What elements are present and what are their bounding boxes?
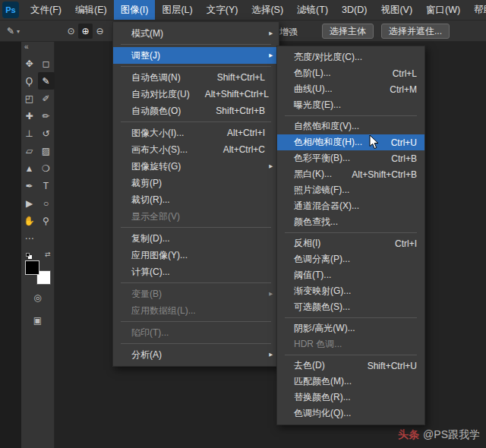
menu-item[interactable]: 画布大小(S)...Alt+Ctrl+C — [113, 141, 279, 158]
menu-item[interactable]: 色相/饱和度(H)...Ctrl+U — [277, 134, 424, 150]
eraser-tool[interactable]: ▱ — [21, 142, 38, 159]
enhance-label[interactable]: 增强 — [279, 26, 298, 39]
menu-item[interactable]: 通道混合器(X)... — [277, 198, 424, 214]
menu-item[interactable]: 裁切(R)... — [113, 191, 279, 208]
default-colors-icon[interactable] — [26, 253, 30, 257]
menu-item[interactable]: 色彩平衡(B)...Ctrl+B — [277, 150, 424, 166]
menubar-item[interactable]: 文字(Y) — [200, 0, 245, 20]
menubar-item[interactable]: 3D(D) — [335, 0, 374, 20]
menubar-item[interactable]: 帮助(H) — [467, 0, 486, 20]
select-and-mask-button[interactable]: 选择并遮住... — [381, 24, 450, 39]
menu-item[interactable]: 匹配颜色(M)... — [277, 374, 424, 390]
blur-tool[interactable]: ▲ — [21, 159, 38, 177]
new-selection-icon[interactable]: ⊙ — [64, 24, 78, 39]
shape-tool[interactable]: ○ — [38, 194, 55, 212]
crop-tool[interactable]: ◰ — [21, 90, 38, 107]
quick-mask-button[interactable]: ◎ — [30, 292, 46, 308]
menubar-item[interactable]: 图像(I) — [114, 0, 156, 20]
menu-item[interactable]: 复制(D)... — [113, 230, 279, 247]
menu-item[interactable]: 去色(D)Shift+Ctrl+U — [277, 358, 424, 374]
menu-item[interactable]: 变量(B)▶ — [113, 286, 279, 302]
menu-item-label: 应用数据组(L)... — [131, 304, 265, 317]
menubar-item[interactable]: 滤镜(T) — [290, 0, 335, 20]
menu-item-shortcut: Ctrl+B — [391, 153, 417, 164]
menu-item[interactable]: 自动对比度(U)Alt+Shift+Ctrl+L — [113, 86, 279, 103]
menu-item[interactable]: 黑白(K)...Alt+Shift+Ctrl+B — [277, 166, 424, 182]
rectangular-marquee-tool[interactable]: ◻ — [38, 55, 55, 72]
menu-item[interactable]: 调整(J)▶ — [113, 47, 279, 64]
watermark-handle: @PS跟我学 — [423, 428, 480, 440]
menubar-item[interactable]: 图层(L) — [155, 0, 199, 20]
history-brush-tool[interactable]: ↺ — [38, 125, 55, 142]
menu-item[interactable]: HDR 色调... — [277, 336, 424, 352]
menu-item-label: 计算(C)... — [131, 266, 265, 279]
tool-preset-dropdown[interactable]: ✎ ▾ — [5, 24, 22, 39]
menu-item[interactable]: 替换颜色(R)... — [277, 390, 424, 405]
menu-item-label: 色相/饱和度(H)... — [294, 136, 376, 149]
select-subject-button[interactable]: 选择主体 — [322, 24, 374, 39]
menubar-item[interactable]: 窗口(W) — [419, 0, 467, 20]
subtract-from-selection-icon[interactable]: ⊖ — [93, 24, 107, 39]
menu-item-shortcut: Ctrl+U — [391, 137, 417, 148]
gradient-tool[interactable]: ▨ — [38, 142, 55, 159]
path-selection-tool[interactable]: ▶ — [21, 194, 38, 212]
quick-selection-tool[interactable]: ✎ — [38, 72, 55, 90]
menu-item[interactable]: 色调均化(Q)... — [277, 405, 424, 421]
menu-item[interactable]: 应用数据组(L)... — [113, 302, 279, 319]
menu-item-shortcut: Shift+Ctrl+U — [368, 361, 417, 371]
menu-item[interactable]: 阴影/高光(W)... — [277, 320, 424, 336]
swap-colors-icon[interactable]: ⇄ — [45, 251, 51, 258]
move-tool[interactable]: ✥ — [21, 55, 38, 72]
menubar-item[interactable]: 选择(S) — [245, 0, 290, 20]
menu-item[interactable]: 裁剪(P) — [113, 175, 279, 191]
eyedropper-tool[interactable]: ✐ — [38, 90, 55, 107]
clone-stamp-tool[interactable]: ⊥ — [21, 125, 38, 142]
menubar-item[interactable]: 编辑(E) — [68, 0, 114, 20]
zoom-tool[interactable]: ⚲ — [38, 212, 55, 229]
hand-tool[interactable]: ✋ — [21, 212, 38, 229]
menu-item[interactable]: 曝光度(E)... — [277, 97, 424, 113]
menu-item[interactable]: 陷印(T)... — [113, 324, 279, 341]
collapse-toolbar-button[interactable]: « — [21, 42, 54, 52]
screen-mode-button[interactable]: ▣ — [30, 315, 46, 330]
foreground-color-swatch[interactable] — [25, 260, 39, 275]
brush-tool[interactable]: ✏ — [38, 107, 55, 125]
type-tool[interactable]: T — [38, 177, 55, 194]
dodge-tool[interactable]: ❍ — [38, 159, 55, 177]
lasso-tool[interactable]: Ϙ — [21, 72, 38, 90]
menu-item[interactable]: 色阶(L)...Ctrl+L — [277, 65, 424, 81]
menu-item[interactable]: 计算(C)... — [113, 263, 279, 280]
menu-item-label: 陷印(T)... — [131, 327, 265, 339]
menu-item[interactable]: 图像大小(I)...Alt+Ctrl+I — [113, 125, 279, 141]
menubar-item[interactable]: 视图(V) — [374, 0, 419, 20]
submenu-arrow-icon: ▶ — [270, 291, 273, 296]
menu-separator — [121, 227, 271, 228]
menu-item[interactable]: 照片滤镜(F)... — [277, 182, 424, 198]
menu-item-shortcut: Ctrl+I — [395, 238, 417, 249]
healing-brush-tool[interactable]: ✚ — [21, 107, 38, 125]
menu-item[interactable]: 图像旋转(G)▶ — [113, 158, 279, 175]
menu-item[interactable]: 亮度/对比度(C)... — [277, 49, 424, 65]
pen-tool[interactable]: ✒ — [21, 177, 38, 194]
menu-item[interactable]: 分析(A)▶ — [113, 346, 279, 363]
edit-toolbar-button[interactable]: ⋯ — [21, 229, 38, 247]
menu-item[interactable]: 反相(I)Ctrl+I — [277, 235, 424, 251]
menu-item[interactable]: 显示全部(V) — [113, 208, 279, 225]
menu-item[interactable]: 自然饱和度(V)... — [277, 118, 424, 134]
menu-item-label: 图像旋转(G) — [131, 160, 265, 173]
menu-item[interactable]: 模式(M)▶ — [113, 25, 279, 42]
menu-item[interactable]: 应用图像(Y)... — [113, 247, 279, 263]
menu-item[interactable]: 可选颜色(S)... — [277, 299, 424, 315]
menu-separator — [285, 317, 417, 318]
menu-item[interactable]: 色调分离(P)... — [277, 251, 424, 267]
menu-item[interactable]: 自动色调(N)Shift+Ctrl+L — [113, 69, 279, 86]
menu-separator — [285, 115, 417, 116]
menu-item[interactable]: 颜色查找... — [277, 214, 424, 230]
menu-item[interactable]: 曲线(U)...Ctrl+M — [277, 81, 424, 97]
add-to-selection-icon[interactable]: ⊕ — [78, 24, 93, 39]
menu-item[interactable]: 自动颜色(O)Shift+Ctrl+B — [113, 103, 279, 119]
menubar-item[interactable]: 文件(F) — [24, 0, 68, 20]
menu-item[interactable]: 阈值(T)... — [277, 267, 424, 283]
menu-item[interactable]: 渐变映射(G)... — [277, 283, 424, 299]
submenu-arrow-icon: ▶ — [270, 163, 273, 169]
